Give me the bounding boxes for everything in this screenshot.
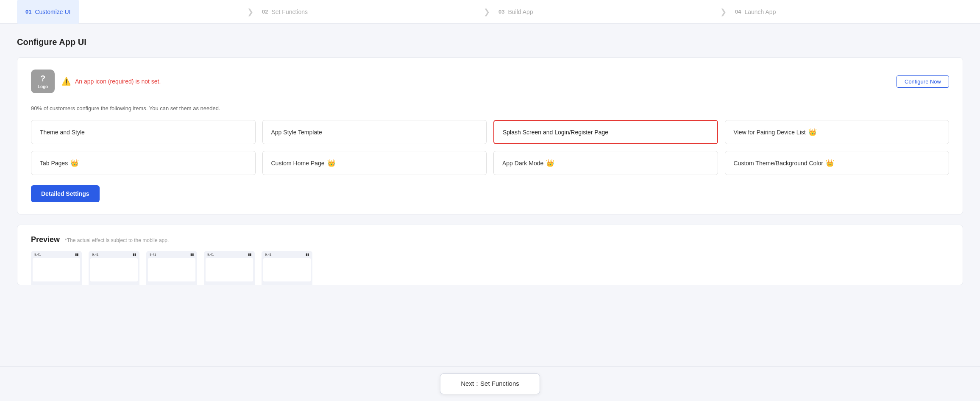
configure-now-button[interactable]: Configure Now	[896, 75, 949, 88]
grid-item-grid-row-2-3[interactable]: App Dark Mode👑	[493, 151, 718, 175]
phone-mock-4: 9:41▮▮	[204, 251, 255, 285]
alert-text: An app icon (required) is not set.	[75, 78, 161, 85]
preview-note: *The actual effect is subject to the mob…	[65, 237, 169, 243]
crown-icon: 👑	[826, 159, 834, 167]
grid-item-grid-row-1-2[interactable]: App Style Template	[262, 120, 487, 144]
phone-mock-1: 9:41▮▮	[31, 251, 82, 285]
alert-banner: ? Logo ⚠️ An app icon (required) is not …	[31, 70, 949, 93]
crown-icon: 👑	[70, 159, 79, 167]
stepper-step-4[interactable]: 04 Launch App	[727, 0, 963, 24]
alert-message: ⚠️ An app icon (required) is not set.	[61, 77, 890, 86]
configure-card: ? Logo ⚠️ An app icon (required) is not …	[17, 57, 963, 214]
grid-item-grid-row-2-4[interactable]: Custom Theme/Background Color👑	[725, 151, 949, 175]
step-label-1: Customize UI	[35, 8, 70, 15]
logo-question-mark: ?	[40, 74, 45, 84]
step-label-2: Set Functions	[271, 8, 308, 15]
next-button[interactable]: Next：Set Functions	[440, 373, 540, 394]
phone-mock-3: 9:41▮▮	[146, 251, 197, 285]
step-number-3: 03	[498, 8, 504, 15]
alert-error-icon: ⚠️	[61, 77, 71, 86]
preview-header: Preview *The actual effect is subject to…	[31, 235, 949, 244]
grid-item-label: App Dark Mode	[502, 160, 543, 167]
step-number-2: 02	[262, 8, 268, 15]
grid-item-label: Custom Home Page	[271, 160, 325, 167]
bottom-bar: Next：Set Functions	[0, 366, 980, 401]
grid-item-label: Theme and Style	[40, 129, 85, 136]
logo-label: Logo	[38, 84, 48, 89]
grid-row-2: Tab Pages👑Custom Home Page👑App Dark Mode…	[31, 151, 949, 175]
crown-icon: 👑	[327, 159, 336, 167]
step-arrow-2: ❯	[484, 7, 490, 17]
grid-item-grid-row-1-1[interactable]: Theme and Style	[31, 120, 256, 144]
preview-section: Preview *The actual effect is subject to…	[17, 225, 963, 285]
stepper: 01 Customize UI ❯ 02 Set Functions ❯ 03 …	[0, 0, 980, 24]
grid-item-grid-row-1-3[interactable]: Splash Screen and Login/Register Page	[493, 120, 718, 144]
crown-icon: 👑	[546, 159, 554, 167]
page-title: Configure App UI	[17, 37, 963, 47]
grid-item-label: View for Pairing Device List	[734, 129, 806, 136]
step-label-3: Build App	[508, 8, 533, 15]
phone-mock-5: 9:41▮▮	[262, 251, 312, 285]
grid-row-1: Theme and StyleApp Style TemplateSplash …	[31, 120, 949, 144]
stepper-step-2[interactable]: 02 Set Functions ❯	[253, 0, 490, 24]
step-arrow-1: ❯	[247, 7, 253, 17]
grid-item-label: Custom Theme/Background Color	[734, 160, 823, 167]
grid-item-label: Tab Pages	[40, 160, 68, 167]
main-content: Configure App UI ? Logo ⚠️ An app icon (…	[0, 24, 980, 336]
step-label-4: Launch App	[744, 8, 776, 15]
grid-item-label: App Style Template	[271, 129, 322, 136]
grid-item-grid-row-2-2[interactable]: Custom Home Page👑	[262, 151, 487, 175]
stepper-step-3[interactable]: 03 Build App ❯	[490, 0, 727, 24]
step-number-1: 01	[25, 8, 31, 15]
grid-item-grid-row-2-1[interactable]: Tab Pages👑	[31, 151, 256, 175]
stepper-step-1[interactable]: 01 Customize UI ❯	[17, 0, 253, 24]
step-number-4: 04	[735, 8, 741, 15]
crown-icon: 👑	[808, 128, 817, 136]
preview-phones: 9:41▮▮ 9:41▮▮ 9:41▮▮ 9:41▮▮ 9:41▮▮	[31, 251, 949, 285]
info-text: 90% of customers configure the following…	[31, 105, 949, 111]
phone-mock-2: 9:41▮▮	[89, 251, 139, 285]
grid-item-grid-row-1-4[interactable]: View for Pairing Device List👑	[725, 120, 949, 144]
preview-title: Preview	[31, 235, 60, 244]
grid-item-label: Splash Screen and Login/Register Page	[503, 129, 608, 136]
step-arrow-3: ❯	[720, 7, 727, 17]
logo-placeholder: ? Logo	[31, 70, 55, 93]
detailed-settings-button[interactable]: Detailed Settings	[31, 185, 100, 202]
